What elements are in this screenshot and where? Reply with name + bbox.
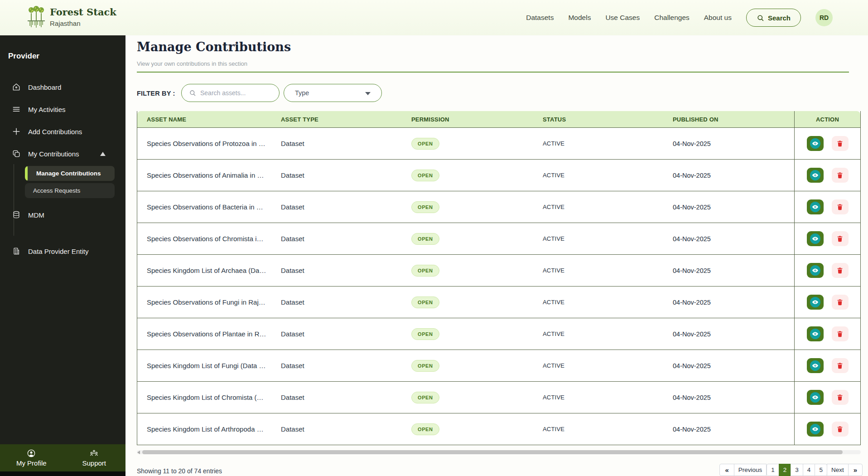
asset-name-cell[interactable]: Species Observations of Bacteria in …: [137, 203, 281, 211]
delete-button[interactable]: [832, 358, 849, 373]
permission-badge: OPEN: [411, 423, 439, 435]
pagination-previous-button[interactable]: Previous: [734, 464, 767, 476]
permission-badge: OPEN: [411, 170, 439, 181]
chevron-up-icon[interactable]: [100, 152, 106, 156]
asset-name-cell[interactable]: Species Observations of Chromista i…: [137, 235, 281, 243]
view-button[interactable]: [807, 422, 824, 437]
action-row: [795, 128, 860, 160]
asset-name-cell[interactable]: Species Observations of Protozoa in …: [137, 140, 281, 147]
user-circle-icon: [27, 449, 36, 458]
col-asset-name: ASSET NAME: [137, 116, 281, 123]
asset-name-cell[interactable]: Species Observations of Plantae in R…: [137, 330, 281, 338]
nav-challenges[interactable]: Challenges: [654, 14, 690, 22]
nav-about-us[interactable]: About us: [704, 14, 732, 22]
delete-button[interactable]: [832, 168, 849, 183]
search-icon: [757, 14, 764, 22]
trash-icon: [836, 140, 844, 147]
asset-name-cell[interactable]: Species Kingdom List of Arthropoda …: [137, 425, 281, 433]
table-row: Species Kingdom List of Archaea (Da… Dat…: [137, 255, 794, 287]
type-filter-dropdown[interactable]: Type: [284, 84, 382, 102]
view-button[interactable]: [807, 168, 824, 183]
avatar[interactable]: RD: [815, 9, 833, 26]
asset-name-cell[interactable]: Species Observations of Animalia in …: [137, 171, 281, 179]
permission-badge: OPEN: [411, 201, 439, 213]
asset-name-cell[interactable]: Species Kingdom List of Fungi (Data …: [137, 362, 281, 369]
delete-button[interactable]: [832, 390, 849, 405]
nav-models[interactable]: Models: [568, 14, 591, 22]
permission-badge: OPEN: [411, 265, 439, 277]
active-indicator-bar: [25, 166, 28, 181]
sidebar-item-dashboard[interactable]: Dashboard: [0, 76, 125, 98]
people-group-icon: [89, 449, 99, 458]
status-cell: ACTIVE: [543, 330, 673, 337]
search-assets-input[interactable]: [200, 89, 268, 97]
sidebar: Provider Dashboard My Activities Add Con…: [0, 35, 125, 476]
view-button[interactable]: [807, 263, 824, 278]
pagination-first-button[interactable]: «: [719, 464, 734, 476]
view-button[interactable]: [807, 231, 824, 246]
search-button[interactable]: Search: [746, 9, 801, 27]
sidebar-item-manage-contributions[interactable]: Manage Contributions: [25, 166, 115, 181]
status-cell: ACTIVE: [543, 267, 673, 274]
col-permission: PERMISSION: [411, 116, 543, 123]
pagination-next-button[interactable]: Next: [827, 464, 849, 476]
forest-stack-logo-icon: [27, 5, 45, 29]
published-on-cell: 04-Nov-2025: [673, 426, 794, 433]
my-profile-button[interactable]: My Profile: [0, 444, 63, 471]
nav-datasets[interactable]: Datasets: [526, 14, 554, 22]
view-button[interactable]: [807, 295, 824, 310]
published-on-cell: 04-Nov-2025: [673, 267, 794, 274]
trash-icon: [836, 362, 844, 369]
action-row: [795, 191, 860, 223]
asset-name-cell[interactable]: Species Kingdom List of Chromista (…: [137, 393, 281, 401]
sidebar-item-mdm[interactable]: MDM: [0, 204, 125, 226]
delete-button[interactable]: [832, 422, 849, 437]
sidebar-item-my-activities[interactable]: My Activities: [0, 98, 125, 120]
delete-button[interactable]: [832, 231, 849, 246]
horizontal-scrollbar[interactable]: [137, 450, 861, 454]
search-icon: [189, 89, 196, 97]
delete-button[interactable]: [832, 326, 849, 341]
pagination-page-button[interactable]: 4: [803, 464, 815, 476]
page-title: Manage Contributions: [137, 40, 291, 54]
pagination-page-button[interactable]: 5: [815, 464, 827, 476]
view-button[interactable]: [807, 136, 824, 151]
col-asset-type: ASSET TYPE: [281, 116, 411, 123]
plus-icon: [12, 127, 21, 136]
asset-name-cell[interactable]: Species Kingdom List of Archaea (Da…: [137, 267, 281, 274]
scrollbar-thumb[interactable]: [142, 450, 843, 454]
sidebar-item-access-requests[interactable]: Access Requests: [25, 183, 115, 198]
pagination-page-button[interactable]: 1: [767, 464, 779, 476]
asset-type-cell: Dataset: [281, 362, 411, 369]
sidebar-item-data-provider-entity[interactable]: Data Provider Entity: [0, 240, 125, 262]
scroll-left-arrow-icon[interactable]: [137, 451, 140, 454]
view-button[interactable]: [807, 358, 824, 373]
asset-type-cell: Dataset: [281, 393, 411, 401]
sidebar-bottom-strip: [0, 471, 125, 476]
eye-icon: [810, 170, 820, 180]
brand[interactable]: Forest Stack Rajasthan: [27, 5, 116, 29]
action-body: [795, 128, 860, 445]
nav-use-cases[interactable]: Use Cases: [605, 14, 640, 22]
pagination-last-button[interactable]: »: [848, 464, 863, 476]
sidebar-item-my-contributions[interactable]: My Contributions: [0, 143, 125, 165]
pagination-page-button[interactable]: 3: [791, 464, 803, 476]
eye-icon: [810, 329, 820, 339]
delete-button[interactable]: [832, 136, 849, 151]
view-button[interactable]: [807, 199, 824, 214]
permission-badge: OPEN: [411, 233, 439, 245]
delete-button[interactable]: [832, 263, 849, 278]
published-on-cell: 04-Nov-2025: [673, 362, 794, 369]
status-cell: ACTIVE: [543, 204, 673, 210]
status-cell: ACTIVE: [543, 235, 673, 242]
support-button[interactable]: Support: [63, 444, 126, 471]
view-button[interactable]: [807, 390, 824, 405]
delete-button[interactable]: [832, 199, 849, 214]
sidebar-item-add-contributions[interactable]: Add Contributions: [0, 121, 125, 142]
view-button[interactable]: [807, 326, 824, 341]
published-on-cell: 04-Nov-2025: [673, 235, 794, 243]
sidebar-role-label: Provider: [8, 52, 39, 61]
delete-button[interactable]: [832, 295, 849, 310]
pagination-page-button[interactable]: 2: [779, 464, 791, 476]
asset-name-cell[interactable]: Species Observations of Fungi in Raj…: [137, 298, 281, 306]
